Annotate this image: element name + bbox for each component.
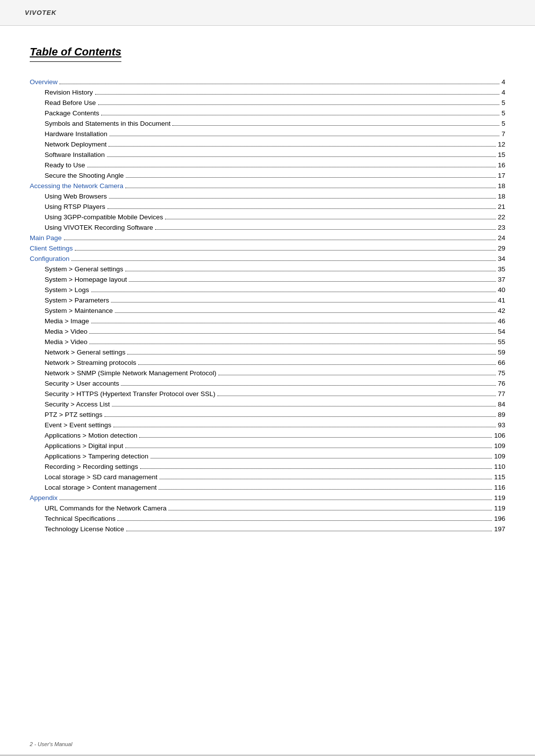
toc-dots xyxy=(159,489,492,490)
toc-page: 18 xyxy=(498,183,505,190)
toc-label: Software Installation xyxy=(45,151,105,158)
toc-item: Secure the Shooting Angle17 xyxy=(30,172,505,179)
toc-dots xyxy=(138,364,496,365)
toc-label[interactable]: Accessing the Network Camera xyxy=(30,183,123,190)
toc-dots xyxy=(160,479,492,479)
toc-item: Symbols and Statements in this Document5 xyxy=(30,120,505,127)
toc-dots xyxy=(165,219,496,219)
toc-page: 18 xyxy=(498,193,505,200)
toc-label: Applications > Motion detection xyxy=(45,432,137,439)
toc-item: PTZ > PTZ settings89 xyxy=(30,411,505,418)
toc-item: Security > Access List84 xyxy=(30,401,505,408)
toc-dots xyxy=(109,198,496,199)
toc-label: Network > General settings xyxy=(45,349,125,356)
toc-title: Table of Contents xyxy=(30,46,121,62)
toc-dots xyxy=(59,500,492,500)
toc-page: 59 xyxy=(498,349,505,356)
toc-page: 66 xyxy=(498,359,505,366)
top-bar: VIVOTEK xyxy=(0,0,535,26)
toc-dots xyxy=(108,146,496,147)
toc-item: Event > Event settings93 xyxy=(30,422,505,429)
toc-page: 4 xyxy=(501,89,505,96)
toc-label: Security > Access List xyxy=(45,401,110,408)
toc-item: URL Commands for the Network Camera119 xyxy=(30,505,505,512)
toc-item: Media > Image46 xyxy=(30,318,505,325)
toc-page: 15 xyxy=(498,151,505,158)
toc-dots xyxy=(105,416,496,417)
toc-page: 21 xyxy=(498,203,505,210)
toc-dots xyxy=(75,250,496,251)
toc-label: Security > User accounts xyxy=(45,380,119,387)
toc-page: 106 xyxy=(494,432,505,439)
toc-item: Read Before Use5 xyxy=(30,100,505,106)
toc-label: System > Homepage layout xyxy=(45,276,127,283)
footer: 2 - User's Manual xyxy=(30,741,72,747)
toc-item: Ready to Use16 xyxy=(30,162,505,169)
toc-dots xyxy=(107,208,496,209)
toc-label[interactable]: Overview xyxy=(30,79,57,86)
toc-item: Security > HTTPS (Hypertext Transfer Pro… xyxy=(30,391,505,398)
toc-page: 29 xyxy=(498,245,505,252)
toc-page: 23 xyxy=(498,224,505,231)
toc-page: 46 xyxy=(498,318,505,325)
toc-label: Technology License Notice xyxy=(45,526,124,533)
toc-item: System > Logs40 xyxy=(30,287,505,294)
toc-label: Using Web Browsers xyxy=(45,193,107,200)
toc-dots xyxy=(218,375,496,375)
toc-page: 37 xyxy=(498,276,505,283)
toc-item: Overview4 xyxy=(30,79,505,86)
toc-label: Hardware Installation xyxy=(45,131,107,138)
toc-item: Package Contents5 xyxy=(30,110,505,117)
toc-item: System > General settings35 xyxy=(30,266,505,273)
toc-dots xyxy=(98,104,500,105)
toc-dots xyxy=(101,115,499,115)
toc-dots xyxy=(172,125,499,126)
toc-label: Event > Event settings xyxy=(45,422,111,429)
toc-dots xyxy=(113,427,496,427)
toc-item: System > Maintenance42 xyxy=(30,307,505,314)
toc-label: Using RTSP Players xyxy=(45,203,106,210)
toc-item: Technology License Notice197 xyxy=(30,526,505,533)
toc-item: Media > Video54 xyxy=(30,328,505,335)
toc-label[interactable]: Appendix xyxy=(30,495,57,502)
toc-label: Media > Video xyxy=(45,339,87,346)
toc-page: 93 xyxy=(498,422,505,429)
toc-label: Media > Video xyxy=(45,328,87,335)
toc-page: 77 xyxy=(498,391,505,398)
toc-page: 116 xyxy=(494,484,505,491)
toc-item: Appendix119 xyxy=(30,495,505,502)
toc-label[interactable]: Configuration xyxy=(30,255,69,262)
toc-dots xyxy=(125,188,496,188)
toc-label: Applications > Tampering detection xyxy=(45,453,149,460)
brand-name: VIVOTEK xyxy=(25,9,56,16)
toc-page: 76 xyxy=(498,380,505,387)
toc-dots xyxy=(155,229,496,230)
toc-dots xyxy=(121,385,496,386)
toc-page: 54 xyxy=(498,328,505,335)
toc-page: 5 xyxy=(501,100,505,106)
toc-label: PTZ > PTZ settings xyxy=(45,411,103,418)
toc-page: 119 xyxy=(494,505,505,512)
toc-item: Media > Video55 xyxy=(30,339,505,346)
toc-item: Local storage > SD card management115 xyxy=(30,474,505,481)
toc-label[interactable]: Main Page xyxy=(30,235,62,242)
toc-item: Accessing the Network Camera18 xyxy=(30,183,505,190)
toc-item: Applications > Tampering detection109 xyxy=(30,453,505,460)
toc-page: 197 xyxy=(494,526,505,533)
content-area: Table of Contents Overview4Revision Hist… xyxy=(0,26,535,566)
toc-item: Main Page24 xyxy=(30,235,505,242)
toc-page: 119 xyxy=(494,495,505,502)
toc-label: System > General settings xyxy=(45,266,123,273)
toc-page: 22 xyxy=(498,214,505,221)
toc-dots xyxy=(129,281,496,282)
toc-label: Technical Specifications xyxy=(45,515,115,522)
toc-page: 84 xyxy=(498,401,505,408)
toc-page: 4 xyxy=(501,79,505,86)
toc-dots xyxy=(111,302,496,302)
toc-label: Using VIVOTEK Recording Software xyxy=(45,224,153,231)
toc-dots xyxy=(89,333,496,334)
toc-label: Revision History xyxy=(45,89,93,96)
toc-label[interactable]: Client Settings xyxy=(30,245,73,252)
toc-page: 115 xyxy=(494,474,505,481)
toc-page: 12 xyxy=(498,141,505,148)
